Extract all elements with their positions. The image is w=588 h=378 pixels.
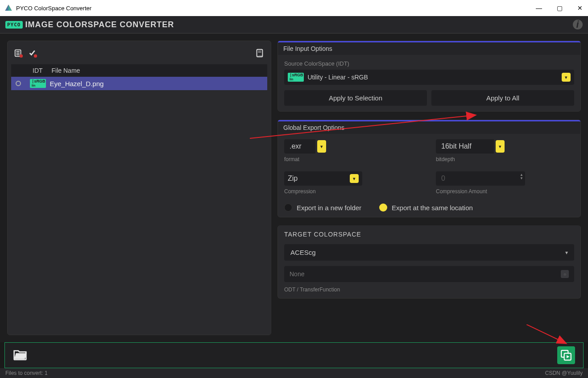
radio-on-icon [379, 204, 387, 212]
column-idt: IDT [33, 67, 43, 74]
chevron-down-icon[interactable]: ▾ [496, 140, 505, 153]
log-icon[interactable]: LOG [255, 48, 265, 60]
target-colorspace-header: TARGET COLORSPACE [284, 231, 574, 238]
radio-off-icon [284, 204, 292, 212]
source-idt-tag: |sRGBlin [288, 73, 304, 82]
close-button[interactable]: ✕ [576, 4, 584, 12]
source-colorspace-label: Source ColorSpace (IDT) [284, 60, 574, 67]
compression-dropdown[interactable]: Zip ▾ [284, 171, 362, 186]
chevron-down-icon[interactable]: ▾ [562, 73, 571, 82]
export-new-folder-radio[interactable]: Export in a new folder [284, 204, 361, 212]
global-export-panel: Global Export Options .exr ▾ format 16bi… [277, 120, 581, 217]
maximize-button[interactable]: ▢ [556, 4, 563, 12]
file-row[interactable]: |sRGBlin Eye_Hazel_D.png [11, 77, 267, 90]
bitdepth-label: bitdepth [436, 156, 574, 162]
file-input-panel: File Input Options Source ColorSpace (ID… [277, 41, 581, 112]
chevron-down-icon[interactable]: ▾ [350, 174, 359, 183]
bitdepth-dropdown[interactable]: 16bit Half ▾ [436, 139, 574, 154]
minimize-button[interactable]: — [535, 4, 542, 12]
global-export-header: Global Export Options [278, 120, 580, 134]
file-name: Eye_Hazel_D.png [50, 80, 104, 87]
format-label: format [284, 156, 422, 162]
app-title: IMAGE COLORSPACE CONVERTER [25, 20, 174, 29]
export-same-location-radio[interactable]: Export at the same location [379, 204, 473, 212]
app-header: PYCO IMAGE COLORSPACE CONVERTER i [0, 16, 588, 33]
file-input-header: File Input Options [278, 41, 580, 55]
svg-point-8 [34, 54, 37, 58]
odt-label: ODT / TransferFunction [284, 287, 574, 293]
target-colorspace-dropdown[interactable]: ACEScg ▾ [284, 244, 574, 261]
source-colorspace-dropdown[interactable]: |sRGBlin Utility - Linear - sRGB ▾ [284, 70, 574, 85]
check-all-icon[interactable] [28, 48, 38, 60]
open-folder-button[interactable] [13, 348, 27, 362]
chevron-down-icon[interactable]: ▾ [317, 140, 326, 153]
svg-marker-1 [8, 5, 12, 11]
info-icon[interactable]: i [573, 20, 583, 29]
clear-icon[interactable]: ○ [561, 270, 569, 278]
remove-list-icon[interactable] [14, 48, 24, 60]
svg-point-7 [20, 54, 23, 58]
compression-label: Compression [284, 188, 422, 195]
apply-to-all-button[interactable]: Apply to All [431, 90, 574, 106]
app-icon [4, 4, 12, 12]
window-title: PYCO ColorSpace Converter [16, 5, 91, 12]
compression-amount-label: Compression Amount [436, 188, 574, 195]
logo-badge: PYCO [5, 21, 23, 29]
idt-tag: |sRGBlin [30, 79, 46, 88]
status-bar: Files to convert: 1 CSDN @Yuulily [0, 368, 588, 378]
row-radio[interactable] [16, 81, 21, 86]
watermark: CSDN @Yuulily [545, 370, 583, 376]
file-list-panel: LOG IDT File Name |sRGBlin Eye_Hazel_D.p… [7, 41, 271, 335]
svg-text:LOG: LOG [257, 55, 263, 58]
source-colorspace-value: Utility - Linear - sRGB [307, 74, 368, 81]
apply-to-selection-button[interactable]: Apply to Selection [284, 90, 427, 106]
odt-input[interactable]: None ○ [284, 266, 574, 282]
format-dropdown[interactable]: .exr ▾ [284, 139, 422, 154]
column-filename: File Name [52, 67, 80, 74]
status-files: Files to convert: 1 [5, 370, 48, 376]
target-colorspace-panel: TARGET COLORSPACE ACEScg ▾ None ○ ODT / … [277, 225, 581, 299]
footer-bar [4, 342, 584, 368]
file-list-header: IDT File Name [11, 64, 267, 77]
chevron-down-icon[interactable]: ▾ [565, 249, 568, 256]
window-titlebar: PYCO ColorSpace Converter — ▢ ✕ [0, 0, 588, 16]
compression-amount-input[interactable]: 0 ▲▼ [436, 171, 525, 186]
export-button[interactable] [557, 346, 575, 364]
svg-marker-2 [5, 5, 9, 11]
